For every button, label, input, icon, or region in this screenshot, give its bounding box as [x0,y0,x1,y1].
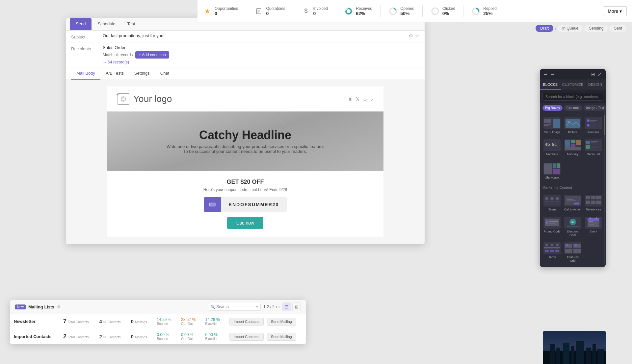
opportunities-value: 0 [215,11,238,16]
block-team[interactable]: Team [542,193,562,213]
settings-icon[interactable]: ⚙ [409,33,413,38]
features-thumb [585,117,602,129]
tab-schedule[interactable]: Schedule [92,18,121,30]
block-media-list[interactable]: Media List [584,137,603,158]
block-discount-offer[interactable]: % Discount Offer [563,215,583,239]
add-condition-button[interactable]: + Add condition [135,51,169,59]
recipients-label: Recipients [71,45,97,51]
recipients-value[interactable]: Sales Order [103,45,169,50]
grid-view-icon[interactable]: ⊞ [591,72,595,77]
mailing-lists-header: New Mailing Lists ⚙ 🔍 ▾ 1-2 / 2 ‹ › ☰ ⊞ [10,300,306,314]
send-mailing-newsletter[interactable]: Send Mailing [267,318,296,326]
divider [246,5,246,17]
blocks-search-input[interactable] [542,93,603,101]
block-event[interactable]: Event [584,215,603,239]
svg-rect-74 [596,201,601,204]
stat-replied[interactable]: Replied 25% [471,6,497,16]
twitter-icon[interactable]: 𝕏 [356,96,359,102]
use-now-button[interactable]: Use now [227,217,263,229]
svg-rect-27 [590,120,597,121]
stat-clicked[interactable]: Clicked 0% [431,6,455,16]
status-tab-draft[interactable]: Draft [536,25,553,32]
divider [422,5,423,17]
undo-icon[interactable]: ↩ [544,72,548,77]
tab-mail-body[interactable]: Mail Body [71,67,100,80]
panel-toolbar-right-icons: ⊞ ⤢ [591,72,602,77]
prev-page-btn[interactable]: ‹ [276,304,277,309]
showcase-thumb [543,163,561,175]
facebook-icon[interactable]: f [344,96,346,102]
svg-point-13 [123,97,124,99]
filter-columns[interactable]: Columns [564,105,582,111]
block-call-to-action[interactable]: Call to Action [563,193,583,213]
mailing-lists-panel: New Mailing Lists ⚙ 🔍 ▾ 1-2 / 2 ‹ › ☰ ⊞ [10,300,306,344]
opened-label: Opened [400,6,414,11]
tab-send[interactable]: Send [70,18,92,30]
tab-blocks[interactable]: BLOCKS [540,80,561,90]
tab-design[interactable]: DESIGN [585,80,606,90]
block-masonry[interactable]: Masonry [563,137,583,158]
tab-customize[interactable]: CUSTOMIZE [561,80,585,90]
next-page-btn[interactable]: › [278,304,280,309]
block-references[interactable]: References [584,193,603,213]
replied-label: Replied [483,6,497,11]
linkedin-icon[interactable]: in [349,96,353,102]
send-mailing-imported[interactable]: Send Mailing [267,333,296,341]
status-tab-sent[interactable]: Sent [609,25,627,32]
stat-opportunities[interactable]: ★ Opportunities 0 [203,6,238,16]
tab-settings[interactable]: Settings [129,67,155,80]
tab-ab-tests[interactable]: A/B Tests [100,67,129,80]
svg-rect-73 [591,201,595,204]
subject-value[interactable]: Our last promotions, just for you! [103,33,404,38]
status-tab-sending[interactable]: Sending [584,25,608,32]
expand-icon[interactable]: ⤢ [598,72,602,77]
replied-value: 25% [483,11,497,16]
filter-big-boxes[interactable]: Big Boxes [542,105,563,111]
block-features[interactable]: Features [584,115,603,136]
import-contacts-newsletter[interactable]: Import Contacts [229,318,264,326]
block-numbers[interactable]: 45 91 Numbers [542,137,562,158]
block-picture[interactable]: Picture [563,115,583,136]
svg-rect-102 [545,250,549,252]
stat-invoiced[interactable]: $ Invoiced 0 [301,6,328,16]
ml-actions-imported: Import Contacts Send Mailing [225,329,306,344]
blocks-panel: ↩ ↪ ⊞ ⤢ BLOCKS CUSTOMIZE DESIGN Big Boxe… [540,69,606,267]
ml-optout-newsletter: 28.57 % Opt-Out [177,314,201,329]
new-badge: New [15,304,26,309]
status-tab-inqueue[interactable]: In Queue [558,25,583,32]
list-view-icon[interactable]: ☰ [282,303,291,311]
redo-icon[interactable]: ↪ [550,72,554,77]
mailing-lists-search[interactable] [208,303,261,311]
settings-dot-icon[interactable]: ⚙ [57,304,61,309]
discount-offer-thumb: % [564,217,581,229]
block-promo-code[interactable]: Promo Code [542,215,562,239]
items-label: Items [548,255,556,259]
grid-view-icon[interactable]: ⊞ [292,303,301,311]
more-button[interactable]: More ▾ [603,6,627,16]
stat-quotations[interactable]: Quotations 0 [254,6,285,16]
block-items[interactable]: Items [542,240,562,265]
scrollbar-track[interactable] [604,109,605,264]
svg-rect-110 [566,244,568,246]
stat-received[interactable]: Received 62% [344,6,372,16]
invoiced-icon: $ [301,7,310,16]
hero-title: Catchy Headline [199,128,291,142]
showcase-grid: Showcase [540,161,606,184]
tiktok-icon[interactable]: ♪ [371,96,373,102]
clicked-value: 0% [442,11,455,16]
svg-rect-42 [586,141,590,144]
tab-chat[interactable]: Chat [155,67,174,80]
import-contacts-imported[interactable]: Import Contacts [229,333,264,341]
filter-image-text[interactable]: Image - Text [584,105,606,111]
scrollbar-thumb[interactable] [604,115,605,135]
block-text-image[interactable]: Text - Image [542,115,562,136]
block-features-grid[interactable]: Features Grid [563,240,583,265]
block-showcase[interactable]: Showcase [542,161,562,182]
instagram-icon[interactable]: ☺ [363,96,367,102]
records-link[interactable]: → 64 record(s) [103,60,169,64]
stat-opened[interactable]: Opened 50% [388,6,414,16]
star-icon[interactable]: ☆ [415,33,419,38]
tab-test[interactable]: Test [121,18,141,30]
svg-rect-103 [550,250,554,252]
search-dropdown-icon[interactable]: ▾ [256,305,258,309]
